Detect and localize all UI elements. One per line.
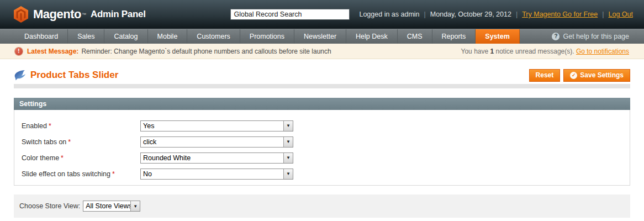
required-mark: * — [61, 154, 64, 162]
logo-name: Magento — [33, 7, 81, 22]
choose-store-view-label: Choose Store View: — [19, 202, 80, 210]
reset-button-label: Reset — [536, 71, 554, 79]
dropdown-arrow-icon: ▼ — [283, 169, 293, 179]
field-label-text: Switch tabs on — [22, 138, 66, 146]
nav-item-dashboard[interactable]: Dashboard — [15, 29, 68, 44]
store-view-bar: Choose Store View: All Store Views ▼ — [14, 194, 630, 218]
page-title: Product Tabs Slider — [30, 70, 118, 81]
nav-item-cms[interactable]: CMS — [398, 29, 432, 44]
logout-link[interactable]: Log Out — [609, 10, 633, 18]
save-settings-button-label: Save Settings — [580, 71, 624, 79]
field-label: Switch tabs on* — [22, 138, 140, 146]
nav-item-newsletter[interactable]: Newsletter — [294, 29, 346, 44]
save-check-icon: ✓ — [570, 72, 577, 79]
get-help-label: Get help for this page — [563, 33, 629, 40]
latest-message-text: Reminder: Change Magento`s default phone… — [81, 48, 331, 55]
required-mark: * — [68, 138, 71, 146]
store-view-select[interactable]: All Store Views ▼ — [83, 201, 140, 212]
dropdown-arrow-icon: ▼ — [283, 121, 293, 131]
product-tabs-slider-icon — [14, 70, 26, 81]
latest-message-label: Latest Message: — [27, 48, 78, 55]
color-theme-select-value: Rounded White — [141, 153, 283, 163]
switch-tabs-on-select-value: click — [141, 137, 283, 147]
nav-item-reports[interactable]: Reports — [432, 29, 476, 44]
settings-panel-body: Enabled* Yes ▼ Switch tabs on* click ▼ C… — [14, 110, 630, 186]
nav-item-promotions[interactable]: Promotions — [240, 29, 294, 44]
field-label: Color theme* — [22, 154, 140, 162]
nav-item-help-desk[interactable]: Help Desk — [346, 29, 398, 44]
content-area: Product Tabs Slider Reset ✓ Save Setting… — [0, 66, 644, 218]
notice-bar: ! Latest Message: Reminder: Change Magen… — [0, 44, 644, 59]
page-title-row: Product Tabs Slider Reset ✓ Save Setting… — [14, 66, 630, 84]
logo-admin-panel: Admin Panel — [91, 9, 146, 20]
nav-item-catalog[interactable]: Catalog — [104, 29, 147, 44]
main-nav-bar: Dashboard Sales Catalog Mobile Customers… — [0, 29, 644, 44]
form-row-switch-tabs-on: Switch tabs on* click ▼ — [22, 134, 630, 150]
field-label: Slide effect on tabs switching* — [22, 170, 140, 178]
form-row-color-theme: Color theme* Rounded White ▼ — [22, 150, 630, 166]
dropdown-arrow-icon: ▼ — [283, 137, 293, 147]
logo-trademark: ™ — [82, 12, 86, 17]
magento-logo-icon — [14, 6, 28, 23]
field-label-text: Enabled — [22, 122, 47, 130]
nav-item-sales[interactable]: Sales — [68, 29, 104, 44]
field-label: Enabled* — [22, 122, 140, 130]
store-view-select-value: All Store Views — [83, 201, 130, 211]
color-theme-select[interactable]: Rounded White ▼ — [140, 152, 293, 164]
magento-logo: Magento™ Admin Panel — [14, 6, 146, 23]
form-row-slide-effect: Slide effect on tabs switching* No ▼ — [22, 166, 630, 182]
enabled-select[interactable]: Yes ▼ — [140, 120, 293, 131]
try-magento-go-link[interactable]: Try Magento Go for Free — [522, 10, 598, 18]
nav-item-customers[interactable]: Customers — [187, 29, 240, 44]
logged-in-text: Logged in as admin — [359, 10, 419, 18]
go-to-notifications-link[interactable]: Go to notifications — [576, 48, 629, 55]
header-separator: | — [602, 10, 604, 18]
title-divider-strip — [14, 84, 630, 88]
switch-tabs-on-select[interactable]: click ▼ — [140, 136, 293, 148]
global-search-input[interactable] — [230, 9, 350, 20]
help-icon: ? — [552, 33, 559, 40]
dropdown-arrow-icon: ▼ — [283, 153, 293, 163]
unread-messages-text: You have 1 notice unread message(s). Go … — [461, 48, 629, 55]
nav-item-system[interactable]: System — [476, 29, 519, 44]
alert-icon: ! — [15, 48, 23, 55]
header-date: Monday, October 29, 2012 — [430, 10, 511, 18]
reset-button[interactable]: Reset — [529, 69, 561, 82]
nav-item-mobile[interactable]: Mobile — [148, 29, 188, 44]
slide-effect-select-value: No — [141, 169, 283, 179]
unread-suffix: notice unread message(s). — [494, 48, 576, 55]
unread-prefix: You have — [461, 48, 490, 55]
form-row-enabled: Enabled* Yes ▼ — [22, 118, 630, 134]
admin-header: Magento™ Admin Panel Logged in as admin … — [0, 0, 644, 29]
required-mark: * — [112, 170, 115, 178]
dropdown-arrow-icon: ▼ — [130, 201, 140, 211]
header-separator: | — [516, 10, 518, 18]
slide-effect-select[interactable]: No ▼ — [140, 169, 293, 180]
title-actions: Reset ✓ Save Settings — [529, 69, 630, 82]
save-settings-button[interactable]: ✓ Save Settings — [563, 69, 630, 82]
header-right-group: Logged in as admin | Monday, October 29,… — [359, 10, 633, 18]
field-label-text: Slide effect on tabs switching — [22, 170, 110, 178]
required-mark: * — [49, 122, 51, 130]
field-label-text: Color theme — [22, 154, 59, 162]
get-help-link[interactable]: ? Get help for this page — [552, 29, 644, 44]
enabled-select-value: Yes — [141, 121, 283, 131]
header-separator: | — [424, 10, 426, 18]
settings-panel-header: Settings — [14, 98, 630, 110]
